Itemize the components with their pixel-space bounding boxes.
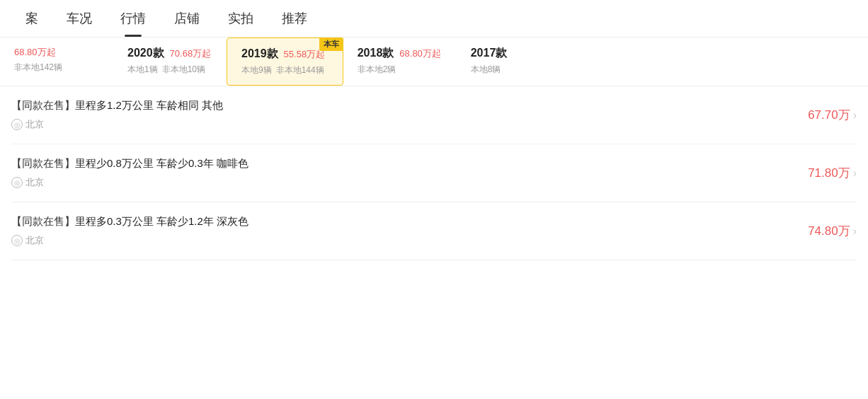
nav-tab-shop[interactable]: 店铺 bbox=[160, 0, 214, 37]
listing-tag: 【同款在售】 bbox=[11, 215, 75, 227]
listing-price: 71.80万 bbox=[808, 165, 850, 181]
year-label: 2020款 bbox=[127, 46, 164, 61]
nav-tab-case[interactable]: 案 bbox=[11, 0, 52, 37]
year-sub1: 非本地142辆 bbox=[14, 62, 62, 72]
listing-price: 74.80万 bbox=[808, 223, 850, 239]
year-sub1: 本地1辆 bbox=[127, 64, 158, 74]
year-price: 68.80万起 bbox=[399, 47, 441, 60]
year-sub2: 非本地10辆 bbox=[162, 64, 205, 74]
location-icon: ◎ bbox=[11, 235, 23, 246]
location-text: 北京 bbox=[25, 118, 44, 131]
listing-location: ◎ 北京 bbox=[11, 176, 249, 189]
year-price: 68.80万起 bbox=[14, 46, 56, 59]
year-label: 2018款 bbox=[358, 46, 394, 61]
nav-tab-vehicle[interactable]: 车况 bbox=[52, 0, 106, 37]
year-item-year-prev[interactable]: 68.80万起非本地142辆 bbox=[0, 37, 113, 86]
listing-right: 71.80万 › bbox=[808, 165, 857, 181]
listing-price: 67.70万 bbox=[808, 107, 850, 123]
nav-tab-market[interactable]: 行情 bbox=[106, 0, 160, 37]
year-sub1: 非本地2辆 bbox=[358, 64, 396, 74]
listing-left: 【同款在售】里程少0.8万公里 车龄少0.3年 咖啡色 ◎ 北京 bbox=[11, 157, 249, 189]
nav-tabs: 案车况行情店铺实拍推荐 bbox=[0, 0, 868, 37]
listing-tag: 【同款在售】 bbox=[11, 157, 75, 169]
location-icon: ◎ bbox=[11, 177, 23, 188]
location-text: 北京 bbox=[25, 234, 44, 247]
listing-title: 【同款在售】里程多0.3万公里 车龄少1.2年 深灰色 bbox=[11, 215, 249, 229]
listing-tag: 【同款在售】 bbox=[11, 99, 75, 111]
year-sub1: 本地8辆 bbox=[471, 64, 501, 74]
badge-banche: 本车 bbox=[319, 37, 343, 51]
arrow-right-icon: › bbox=[853, 167, 857, 180]
listing-right: 74.80万 › bbox=[808, 223, 857, 239]
listing-location: ◎ 北京 bbox=[11, 234, 249, 247]
location-icon: ◎ bbox=[11, 119, 23, 130]
year-sub2: 非本地144辆 bbox=[276, 65, 324, 75]
listing-item[interactable]: 【同款在售】里程多0.3万公里 车龄少1.2年 深灰色 ◎ 北京 74.80万 … bbox=[11, 202, 857, 260]
year-item-year-2018[interactable]: 2018款68.80万起非本地2辆 bbox=[343, 37, 457, 86]
year-sub1: 本地9辆 bbox=[241, 65, 272, 75]
year-item-year-2019[interactable]: 2019款55.58万起本地9辆非本地144辆本车 bbox=[227, 37, 343, 86]
nav-tab-realshot[interactable]: 实拍 bbox=[214, 0, 268, 37]
listing-item[interactable]: 【同款在售】里程少0.8万公里 车龄少0.3年 咖啡色 ◎ 北京 71.80万 … bbox=[11, 144, 857, 202]
year-label: 2019款 bbox=[241, 47, 278, 62]
listing-title: 【同款在售】里程少0.8万公里 车龄少0.3年 咖啡色 bbox=[11, 157, 249, 170]
year-price: 70.68万起 bbox=[170, 47, 212, 60]
nav-tab-recommend[interactable]: 推荐 bbox=[268, 0, 321, 37]
listing-container: 【同款在售】里程多1.2万公里 车龄相同 其他 ◎ 北京 67.70万 › 【同… bbox=[0, 86, 868, 260]
arrow-right-icon: › bbox=[853, 109, 857, 122]
listing-left: 【同款在售】里程多0.3万公里 车龄少1.2年 深灰色 ◎ 北京 bbox=[11, 215, 249, 247]
listing-location: ◎ 北京 bbox=[11, 118, 223, 131]
listing-item[interactable]: 【同款在售】里程多1.2万公里 车龄相同 其他 ◎ 北京 67.70万 › bbox=[11, 86, 857, 144]
listing-left: 【同款在售】里程多1.2万公里 车龄相同 其他 ◎ 北京 bbox=[11, 99, 223, 131]
year-label: 2017款 bbox=[471, 46, 508, 61]
year-selector: 68.80万起非本地142辆2020款70.68万起本地1辆非本地10辆2019… bbox=[0, 37, 868, 86]
year-item-year-2017[interactable]: 2017款本地8辆 bbox=[457, 37, 570, 86]
listing-right: 67.70万 › bbox=[808, 107, 857, 123]
listing-title: 【同款在售】里程多1.2万公里 车龄相同 其他 bbox=[11, 99, 223, 112]
arrow-right-icon: › bbox=[853, 225, 857, 238]
year-item-year-2020[interactable]: 2020款70.68万起本地1辆非本地10辆 bbox=[113, 37, 227, 86]
location-text: 北京 bbox=[25, 176, 44, 189]
